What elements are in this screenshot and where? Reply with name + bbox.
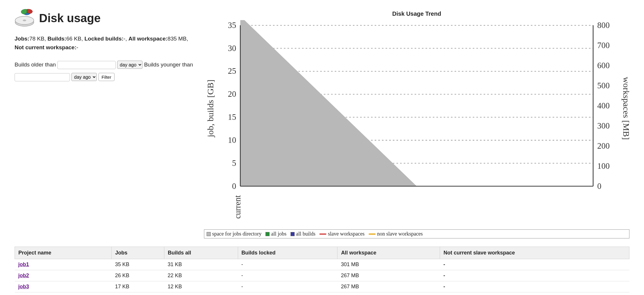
- legend-label: all jobs: [271, 231, 286, 237]
- svg-text:current: current: [233, 195, 242, 219]
- square-swatch-icon: [265, 232, 270, 236]
- legend-all-builds: all builds: [291, 231, 316, 237]
- cell-builds-locked: -: [238, 259, 337, 270]
- svg-text:0: 0: [232, 182, 236, 191]
- svg-text:100: 100: [597, 161, 610, 171]
- col-jobs: Jobs: [112, 247, 164, 259]
- svg-text:500: 500: [597, 81, 610, 90]
- legend-label: non slave workspaces: [377, 231, 423, 237]
- younger-than-unit-select[interactable]: day ago: [71, 73, 97, 81]
- table-row: job135 KB31 KB-301 MB-: [15, 259, 629, 270]
- total-label: Total: [15, 292, 112, 295]
- summary-allws-value: 835 MB: [168, 36, 186, 42]
- svg-text:400: 400: [597, 101, 610, 110]
- cell-jobs: 35 KB: [112, 259, 164, 270]
- svg-text:600: 600: [597, 61, 610, 70]
- cell-all-ws: 301 MB: [337, 259, 440, 270]
- cell-jobs: 26 KB: [112, 270, 164, 281]
- younger-than-input[interactable]: [15, 73, 70, 81]
- cell-builds-locked: -: [238, 281, 337, 292]
- older-than-input[interactable]: [57, 61, 116, 69]
- summary-allws-label: All workspace:: [129, 36, 168, 42]
- table-total-row: Total78 KB66 KB-835 MB-: [15, 292, 629, 295]
- project-link[interactable]: job2: [18, 273, 29, 278]
- cell-not-cur: -: [440, 259, 629, 270]
- younger-than-label: Builds younger than: [144, 62, 193, 68]
- total-all-ws: 835 MB: [337, 292, 440, 295]
- table-row: job317 KB12 KB-267 MB-: [15, 281, 629, 292]
- svg-text:10: 10: [228, 136, 236, 145]
- project-link[interactable]: job1: [18, 261, 29, 267]
- svg-text:5: 5: [232, 159, 236, 168]
- svg-text:800: 800: [597, 21, 610, 30]
- legend-space-jobs-dir: space for jobs directory: [207, 231, 261, 237]
- summary-notcurws-label: Not current workspace:: [15, 44, 76, 50]
- square-swatch-icon: [207, 232, 211, 236]
- table-header-row: Project name Jobs Builds all Builds lock…: [15, 247, 629, 259]
- legend-label: space for jobs directory: [212, 231, 261, 237]
- older-than-unit-select[interactable]: day ago: [117, 61, 142, 69]
- svg-text:workspaces [MB]: workspaces [MB]: [621, 77, 629, 140]
- summary-line: Jobs:78 KB, Builds:66 KB, Locked builds:…: [15, 34, 195, 52]
- total-builds-locked: -: [238, 292, 337, 295]
- svg-marker-11: [240, 20, 417, 186]
- page-heading: Disk usage: [15, 9, 195, 27]
- svg-text:30: 30: [228, 44, 236, 53]
- col-not-current-slave-ws: Not current slave workspace: [440, 247, 629, 259]
- col-builds-all: Builds all: [164, 247, 238, 259]
- svg-text:35: 35: [228, 21, 236, 30]
- line-swatch-icon: [369, 233, 376, 235]
- disk-usage-trend-chart: 05101520253035 0100200300400500600700800…: [204, 20, 629, 228]
- col-all-workspace: All workspace: [337, 247, 440, 259]
- summary-locked-value: -: [124, 36, 125, 42]
- svg-text:15: 15: [228, 113, 236, 122]
- summary-notcurws-value: -: [76, 44, 78, 50]
- disk-pie-icon: [15, 9, 35, 27]
- total-builds-all: 66 KB: [164, 292, 238, 295]
- cell-all-ws: 267 MB: [337, 270, 440, 281]
- filter-button[interactable]: Filter: [98, 73, 115, 81]
- legend-label: all builds: [296, 231, 316, 237]
- project-link[interactable]: job3: [18, 284, 29, 289]
- square-swatch-icon: [291, 232, 295, 236]
- legend-slave-ws: slave workspaces: [319, 231, 364, 237]
- cell-builds-all: 31 KB: [164, 259, 238, 270]
- svg-text:job, builds [GB]: job, builds [GB]: [205, 80, 215, 137]
- filter-controls: Builds older than day ago Builds younger…: [15, 59, 195, 83]
- svg-text:200: 200: [597, 141, 610, 150]
- total-not-cur: -: [440, 292, 629, 295]
- summary-jobs-label: Jobs:: [15, 36, 29, 42]
- chart-title: Disk Usage Trend: [204, 10, 629, 17]
- cell-not-cur: -: [440, 281, 629, 292]
- cell-all-ws: 267 MB: [337, 281, 440, 292]
- page-title: Disk usage: [39, 12, 101, 25]
- chart-legend: space for jobs directory all jobs all bu…: [204, 229, 629, 238]
- legend-non-slave-ws: non slave workspaces: [369, 231, 423, 237]
- legend-all-jobs: all jobs: [265, 231, 286, 237]
- col-builds-locked: Builds locked: [238, 247, 337, 259]
- total-jobs: 78 KB: [112, 292, 164, 295]
- svg-text:700: 700: [597, 41, 610, 50]
- cell-builds-all: 12 KB: [164, 281, 238, 292]
- svg-text:300: 300: [597, 121, 610, 130]
- summary-jobs-value: 78 KB: [29, 36, 45, 42]
- disk-usage-table: Project name Jobs Builds all Builds lock…: [15, 247, 629, 295]
- col-project-name: Project name: [15, 247, 112, 259]
- older-than-label: Builds older than: [15, 62, 56, 68]
- legend-label: slave workspaces: [328, 231, 364, 237]
- summary-builds-value: 66 KB: [66, 36, 81, 42]
- svg-text:0: 0: [597, 182, 601, 191]
- summary-locked-label: Locked builds:: [85, 36, 124, 42]
- cell-builds-all: 22 KB: [164, 270, 238, 281]
- cell-jobs: 17 KB: [112, 281, 164, 292]
- cell-not-cur: -: [440, 270, 629, 281]
- summary-builds-label: Builds:: [47, 36, 66, 42]
- svg-text:20: 20: [228, 89, 236, 99]
- cell-builds-locked: -: [238, 270, 337, 281]
- svg-point-2: [23, 20, 26, 21]
- svg-text:25: 25: [228, 66, 236, 75]
- line-swatch-icon: [319, 233, 326, 235]
- table-row: job226 KB22 KB-267 MB-: [15, 270, 629, 281]
